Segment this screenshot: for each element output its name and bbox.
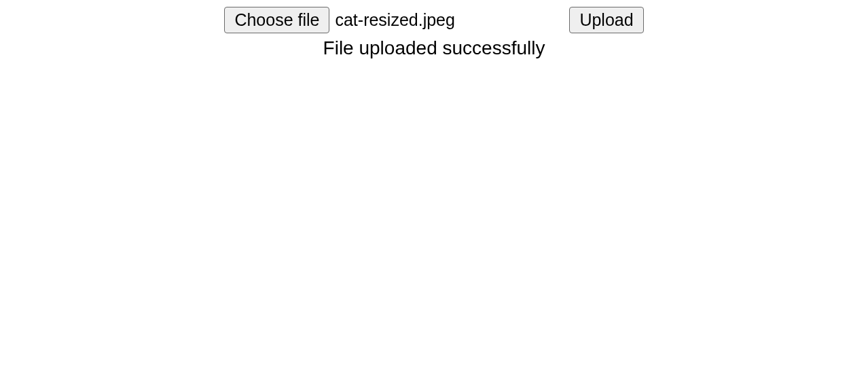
choose-file-button[interactable]: Choose file <box>224 7 329 33</box>
upload-container: Choose file cat-resized.jpeg Upload File… <box>0 0 868 59</box>
upload-row: Choose file cat-resized.jpeg Upload <box>224 7 643 33</box>
upload-status-message: File uploaded successfully <box>0 37 868 59</box>
upload-button[interactable]: Upload <box>569 7 643 33</box>
file-input[interactable]: Choose file cat-resized.jpeg <box>224 7 564 33</box>
selected-filename: cat-resized.jpeg <box>335 10 454 30</box>
